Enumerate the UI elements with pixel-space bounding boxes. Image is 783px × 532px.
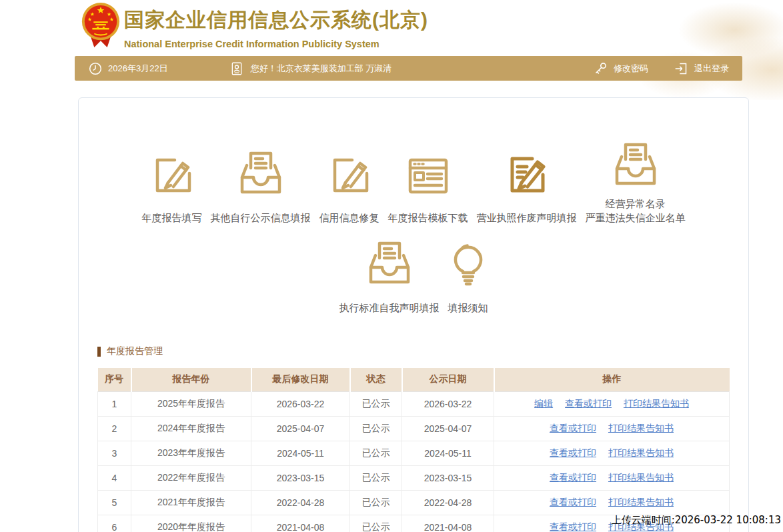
logout-icon bbox=[674, 61, 688, 76]
cell-no: 4 bbox=[98, 465, 131, 490]
cell-modified: 2026-03-22 bbox=[251, 391, 350, 416]
cell-operations: 查看或打印 打印结果告知书 bbox=[494, 490, 730, 515]
section-marker bbox=[97, 347, 101, 357]
cell-published: 2022-04-28 bbox=[402, 490, 494, 515]
nav-grid-row-2: 执行标准自我声明填报 填报须知 bbox=[97, 238, 730, 315]
nav-template-download[interactable]: 年度报告模板下载 bbox=[388, 148, 468, 225]
cell-status: 已公示 bbox=[350, 465, 402, 490]
logout-label: 退出登录 bbox=[694, 63, 729, 75]
cell-year: 2021年年度报告 bbox=[131, 490, 251, 515]
view-print-link[interactable]: 查看或打印 bbox=[550, 472, 596, 483]
cell-no: 3 bbox=[98, 441, 131, 465]
nav-grid-row-1: 年度报告填写 其他自行公示信息填报 bbox=[97, 139, 730, 225]
nav-label: 年度报告填写 bbox=[142, 211, 202, 225]
view-print-link[interactable]: 查看或打印 bbox=[550, 497, 596, 507]
inbox-icon bbox=[236, 148, 285, 197]
site-subtitle: National Enterprise Credit Information P… bbox=[124, 39, 428, 49]
clock-icon bbox=[88, 61, 103, 76]
upload-cloud-timestamp: 上传云端时间:2026-03-22 10:08:13 bbox=[612, 514, 781, 527]
col-header-no: 序号 bbox=[98, 368, 131, 391]
edit-link[interactable]: 编辑 bbox=[534, 398, 553, 409]
cell-status: 已公示 bbox=[350, 391, 402, 416]
print-result-link[interactable]: 打印结果告知书 bbox=[608, 472, 674, 483]
view-print-link[interactable]: 查看或打印 bbox=[550, 447, 596, 458]
credit-repair-edit-icon bbox=[325, 148, 373, 197]
key-icon bbox=[593, 61, 608, 76]
annual-report-section-title: 年度报告管理 bbox=[97, 345, 730, 357]
browser-download-icon bbox=[404, 148, 453, 197]
change-password-button[interactable]: 修改密码 bbox=[593, 61, 648, 76]
print-result-link[interactable]: 打印结果告知书 bbox=[608, 497, 674, 507]
col-header-operation: 操作 bbox=[494, 368, 730, 391]
inbox-icon bbox=[365, 238, 414, 287]
logout-button[interactable]: 退出登录 bbox=[674, 61, 729, 76]
cell-status: 已公示 bbox=[350, 490, 402, 515]
nav-label-line1: 经营异常名录 bbox=[606, 197, 666, 211]
inbox-icon bbox=[611, 139, 660, 189]
print-result-link[interactable]: 打印结果告知书 bbox=[624, 398, 689, 409]
nav-label: 填报须知 bbox=[448, 301, 488, 315]
cell-operations: 查看或打印 打印结果告知书 bbox=[494, 441, 730, 465]
table-row: 2 2024年年度报告 2025-04-07 已公示 2025-04-07 查看… bbox=[98, 416, 730, 441]
table-row: 5 2021年年度报告 2022-04-28 已公示 2022-04-28 查看… bbox=[98, 490, 730, 515]
cell-modified: 2021-04-08 bbox=[251, 515, 350, 532]
table-row: 4 2022年年度报告 2023-03-15 已公示 2023-03-15 查看… bbox=[98, 465, 730, 490]
nav-standard-self-declaration[interactable]: 执行标准自我声明填报 bbox=[339, 238, 440, 315]
table-header-row: 序号 报告年份 最后修改日期 状态 公示日期 操作 bbox=[98, 368, 730, 391]
cell-modified: 2022-04-28 bbox=[251, 490, 350, 515]
cell-published: 2026-03-22 bbox=[402, 391, 494, 416]
print-result-link[interactable]: 打印结果告知书 bbox=[608, 447, 674, 458]
section-text: 年度报告管理 bbox=[107, 345, 163, 357]
cell-published: 2025-04-07 bbox=[402, 416, 494, 441]
nav-label: 执行标准自我声明填报 bbox=[339, 301, 440, 315]
col-header-status: 状态 bbox=[350, 368, 402, 391]
current-date: 2026年3月22日 bbox=[108, 63, 168, 75]
view-print-link[interactable]: 查看或打印 bbox=[550, 521, 596, 532]
table-row: 1 2025年年度报告 2026-03-22 已公示 2026-03-22 编辑… bbox=[98, 391, 730, 416]
nav-annual-report-fill[interactable]: 年度报告填写 bbox=[142, 148, 202, 225]
site-title: 国家企业信用信息公示系统(北京) bbox=[124, 7, 428, 34]
col-header-published: 公示日期 bbox=[402, 368, 494, 391]
cell-published: 2023-03-15 bbox=[402, 465, 494, 490]
cell-published: 2024-05-11 bbox=[402, 441, 494, 465]
nav-credit-info-repair[interactable]: 信用信息修复 bbox=[319, 148, 379, 225]
table-row: 3 2023年年度报告 2024-05-11 已公示 2024-05-11 查看… bbox=[98, 441, 730, 465]
cell-year: 2020年年度报告 bbox=[131, 515, 251, 532]
col-header-modified: 最后修改日期 bbox=[251, 368, 350, 391]
page: 国家企业信用信息公示系统(北京) National Enterprise Cre… bbox=[0, 0, 783, 532]
nav-label: 其他自行公示信息填报 bbox=[211, 211, 311, 225]
cell-year: 2024年年度报告 bbox=[131, 416, 251, 441]
annual-report-edit-icon bbox=[148, 148, 196, 197]
cell-year: 2022年年度报告 bbox=[131, 465, 251, 490]
view-print-link[interactable]: 查看或打印 bbox=[550, 423, 596, 433]
print-result-link[interactable]: 打印结果告知书 bbox=[608, 423, 674, 433]
cell-year: 2023年年度报告 bbox=[131, 441, 251, 465]
nav-label-line2: 严重违法失信企业名单 bbox=[586, 211, 686, 225]
nav-license-void-declaration[interactable]: 营业执照作废声明填报 bbox=[477, 148, 577, 225]
user-topbar: 2026年3月22日 您好！北京衣莱美服装加工部 万淑清 修改密码 bbox=[75, 56, 742, 81]
cell-no: 5 bbox=[98, 490, 131, 515]
cell-modified: 2025-04-07 bbox=[251, 416, 350, 441]
nav-abnormal-operation-list[interactable]: 经营异常名录 严重违法失信企业名单 bbox=[586, 139, 686, 225]
nav-label: 年度报告模板下载 bbox=[388, 211, 468, 225]
cell-operations: 查看或打印 打印结果告知书 bbox=[494, 465, 730, 490]
cell-operations: 查看或打印 打印结果告知书 bbox=[494, 416, 730, 441]
cell-no: 2 bbox=[98, 416, 131, 441]
title-block: 国家企业信用信息公示系统(北京) National Enterprise Cre… bbox=[124, 7, 428, 49]
cell-published: 2021-04-08 bbox=[402, 515, 494, 532]
cell-no: 1 bbox=[98, 391, 131, 416]
cell-status: 已公示 bbox=[350, 441, 402, 465]
view-print-link[interactable]: 查看或打印 bbox=[565, 398, 612, 409]
cell-year: 2025年年度报告 bbox=[131, 391, 251, 416]
cell-operations: 编辑 查看或打印 打印结果告知书 bbox=[494, 391, 730, 416]
cell-modified: 2024-05-11 bbox=[251, 441, 350, 465]
lightbulb-icon bbox=[453, 238, 484, 287]
nav-filing-instructions[interactable]: 填报须知 bbox=[448, 238, 488, 315]
site-header: 国家企业信用信息公示系统(北京) National Enterprise Cre… bbox=[0, 0, 783, 56]
nav-other-publicity-fill[interactable]: 其他自行公示信息填报 bbox=[211, 148, 311, 225]
user-badge-icon bbox=[229, 61, 244, 76]
user-greeting: 您好！北京衣莱美服装加工部 万淑清 bbox=[251, 63, 392, 75]
main-content-panel: 年度报告填写 其他自行公示信息填报 bbox=[78, 97, 749, 532]
national-emblem-icon bbox=[80, 2, 121, 49]
change-password-label: 修改密码 bbox=[614, 63, 648, 75]
